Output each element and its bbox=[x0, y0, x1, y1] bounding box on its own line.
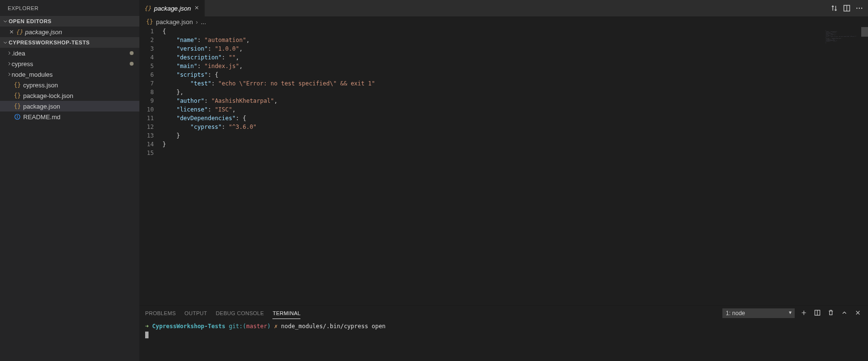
breadcrumb-trail: ... bbox=[201, 18, 206, 26]
svg-point-5 bbox=[859, 8, 860, 9]
line-number: 15 bbox=[139, 149, 163, 157]
svg-rect-2 bbox=[17, 116, 17, 118]
term-command: node_modules/.bin/cypress open bbox=[281, 323, 386, 330]
line-number: 4 bbox=[139, 53, 163, 62]
chevron-down-icon bbox=[2, 40, 9, 45]
line-number: 14 bbox=[139, 140, 163, 149]
tree-item-label: cypress bbox=[12, 60, 33, 68]
compare-icon[interactable] bbox=[830, 4, 838, 12]
tree-file[interactable]: {}cypress.json bbox=[0, 80, 139, 90]
chevron-down-icon bbox=[2, 19, 9, 24]
open-editor-filename: package.json bbox=[25, 28, 62, 36]
open-editors-header[interactable]: OPEN EDITORS bbox=[0, 16, 139, 27]
line-number: 13 bbox=[139, 131, 163, 140]
breadcrumb[interactable]: {} package.json › ... bbox=[139, 16, 868, 27]
split-terminal-icon[interactable] bbox=[814, 309, 822, 317]
tree-folder[interactable]: cypress bbox=[0, 58, 139, 69]
close-panel-icon[interactable] bbox=[854, 309, 862, 317]
json-icon: {} bbox=[146, 18, 153, 25]
line-number: 6 bbox=[139, 70, 163, 79]
tree-folder[interactable]: node_modules bbox=[0, 69, 139, 80]
term-git-close: ) bbox=[267, 323, 271, 330]
tree-folder[interactable]: .idea bbox=[0, 48, 139, 58]
svg-point-1 bbox=[17, 115, 18, 116]
chevron-right-icon: › bbox=[196, 18, 198, 26]
svg-point-4 bbox=[856, 8, 857, 9]
tree-item-label: .idea bbox=[12, 50, 25, 57]
explorer-title: EXPLORER bbox=[0, 0, 139, 16]
term-branch: master bbox=[246, 323, 267, 330]
code-content[interactable]: { "name": "automation", "version": "1.0.… bbox=[163, 27, 868, 305]
terminal-selector[interactable]: 1: node bbox=[722, 308, 795, 318]
term-git-label: git:( bbox=[229, 323, 246, 330]
new-terminal-icon[interactable] bbox=[800, 309, 808, 317]
term-cwd: CypressWorkshop-Tests bbox=[152, 323, 225, 330]
tree-file[interactable]: {}package-lock.json bbox=[0, 90, 139, 101]
panel-controls: 1: node bbox=[722, 308, 862, 318]
json-icon: {} bbox=[144, 5, 151, 12]
close-icon[interactable] bbox=[8, 29, 15, 35]
line-number: 9 bbox=[139, 97, 163, 105]
line-number: 3 bbox=[139, 44, 163, 53]
minimap[interactable]: { "name": "automation", "version": "1.0.… bbox=[826, 30, 859, 44]
tree-item-label: package.json bbox=[23, 103, 60, 110]
json-icon: {} bbox=[14, 103, 21, 110]
line-number-gutter: 123456789101112131415 bbox=[139, 27, 163, 305]
json-icon: {} bbox=[14, 82, 21, 88]
tree-item-label: node_modules bbox=[12, 71, 53, 78]
panel-tabs: PROBLEMS OUTPUT DEBUG CONSOLE TERMINAL 1… bbox=[139, 306, 868, 320]
terminal-cursor bbox=[145, 332, 149, 338]
line-number: 12 bbox=[139, 123, 163, 131]
line-number: 7 bbox=[139, 79, 163, 88]
tab-actions bbox=[830, 0, 868, 16]
chevron-right-icon bbox=[7, 51, 12, 56]
line-number: 8 bbox=[139, 88, 163, 97]
editor-tabs: {} package.json bbox=[139, 0, 868, 16]
tab-package-json[interactable]: {} package.json bbox=[139, 0, 205, 16]
chevron-up-icon[interactable] bbox=[841, 309, 849, 317]
tree-item-label: cypress.json bbox=[23, 82, 58, 89]
svg-point-6 bbox=[861, 8, 862, 9]
line-number: 5 bbox=[139, 62, 163, 70]
tree-item-label: README.md bbox=[23, 113, 60, 121]
open-editors-label: OPEN EDITORS bbox=[9, 18, 52, 24]
json-icon: {} bbox=[14, 92, 21, 99]
term-dirty: ✗ bbox=[274, 323, 277, 330]
tree-file[interactable]: {}package.json bbox=[0, 101, 139, 111]
explorer-sidebar: EXPLORER OPEN EDITORS {} package.json CY… bbox=[0, 0, 139, 361]
workspace-header[interactable]: CYPRESSWORKSHOP-TESTS bbox=[0, 37, 139, 48]
tab-terminal[interactable]: TERMINAL bbox=[272, 308, 300, 319]
tab-label: package.json bbox=[154, 5, 191, 12]
terminal-output[interactable]: ➜ CypressWorkshop-Tests git:(master) ✗ n… bbox=[139, 320, 868, 361]
terminal-selector-wrap: 1: node bbox=[722, 308, 795, 318]
tab-problems[interactable]: PROBLEMS bbox=[145, 308, 176, 319]
modified-dot-icon bbox=[130, 62, 134, 66]
chevron-right-icon bbox=[7, 61, 12, 66]
chevron-right-icon bbox=[7, 72, 12, 77]
close-icon[interactable] bbox=[194, 5, 200, 12]
term-prompt-arrow: ➜ bbox=[145, 323, 149, 330]
trash-icon[interactable] bbox=[827, 309, 835, 317]
file-tree: .ideacypressnode_modules{}cypress.json{}… bbox=[0, 48, 139, 122]
tab-output[interactable]: OUTPUT bbox=[185, 308, 207, 319]
tree-file[interactable]: README.md bbox=[0, 111, 139, 122]
line-number: 11 bbox=[139, 114, 163, 123]
json-icon: {} bbox=[15, 28, 23, 35]
main-area: {} package.json {} package.json › ... 12… bbox=[139, 0, 868, 361]
line-number: 10 bbox=[139, 105, 163, 114]
tree-item-label: package-lock.json bbox=[23, 92, 73, 99]
open-editor-item[interactable]: {} package.json bbox=[0, 27, 139, 37]
split-editor-icon[interactable] bbox=[843, 4, 851, 12]
code-editor[interactable]: 123456789101112131415 { "name": "automat… bbox=[139, 27, 868, 305]
workspace-label: CYPRESSWORKSHOP-TESTS bbox=[9, 40, 90, 45]
modified-dot-icon bbox=[130, 51, 134, 55]
scrollbar-thumb[interactable] bbox=[861, 27, 868, 37]
breadcrumb-file: package.json bbox=[156, 18, 193, 26]
line-number: 2 bbox=[139, 36, 163, 44]
bottom-panel: PROBLEMS OUTPUT DEBUG CONSOLE TERMINAL 1… bbox=[139, 305, 868, 361]
tab-debug-console[interactable]: DEBUG CONSOLE bbox=[216, 308, 264, 319]
info-icon bbox=[14, 113, 21, 120]
line-number: 1 bbox=[139, 27, 163, 36]
more-icon[interactable] bbox=[855, 4, 863, 12]
